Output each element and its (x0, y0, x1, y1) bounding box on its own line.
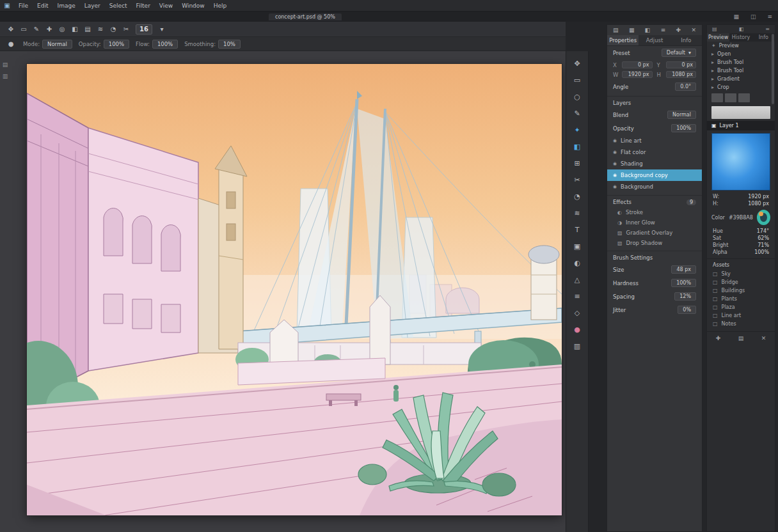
smudge-tool[interactable]: ≋ (568, 205, 586, 221)
mode-select[interactable]: Normal (42, 40, 72, 49)
angle-value[interactable]: 0.0° (675, 82, 696, 91)
checkbox-icon[interactable]: □ (713, 304, 718, 310)
checkbox-icon[interactable]: □ (713, 271, 718, 277)
gradient-tool[interactable]: ◧ (568, 138, 586, 155)
checklist-item[interactable]: □ Bridge (707, 278, 775, 286)
gradient-preview-thumbnail[interactable] (711, 133, 770, 191)
menu-item[interactable]: Image (53, 0, 80, 12)
active-layer-row[interactable]: ▣ Layer 1 (707, 121, 775, 130)
visibility-eye-icon[interactable]: ◉ (613, 173, 617, 178)
contrast-tool[interactable]: ◐ (568, 254, 586, 271)
mini-thumbnail[interactable] (725, 93, 736, 102)
color-wheel[interactable] (757, 210, 770, 225)
menu-item[interactable]: Filter (132, 0, 155, 12)
menu-item[interactable]: File (14, 0, 33, 12)
checklist-item[interactable]: □ Plaza (707, 303, 775, 311)
transform-field[interactable]: W1920 px (613, 71, 653, 78)
checklist-item[interactable]: □ Sky (707, 270, 775, 278)
add-option-icon[interactable]: ✚ (44, 24, 55, 35)
history-row[interactable]: ▸ Brush Tool (707, 66, 775, 75)
panel-tab[interactable]: Info (671, 35, 702, 45)
panel-scrollbar[interactable] (772, 34, 774, 104)
history-row[interactable]: ▸ Brush Tool (707, 58, 775, 66)
node-tool[interactable]: ◇ (568, 304, 586, 321)
folder-icon[interactable]: ▤ (738, 335, 744, 341)
shape-tool[interactable]: ▣ (568, 238, 586, 254)
brush-setting-row[interactable]: Spacing12% (607, 290, 702, 303)
stack-tool[interactable]: ≡ (568, 288, 586, 304)
half-icon[interactable]: ◧ (739, 26, 744, 32)
effect-row[interactable]: ▧ Drop Shadow (607, 238, 702, 248)
layout-icon[interactable]: ◫ (745, 13, 762, 20)
param-row[interactable]: Bright71% (707, 242, 775, 249)
crop-tool[interactable]: ⊞ (568, 155, 586, 171)
opacity-value[interactable]: 100% (104, 40, 129, 49)
panel-toggle-icon[interactable]: ▤ (3, 61, 8, 68)
visibility-eye-icon[interactable]: ◉ (613, 150, 617, 155)
effect-row[interactable]: ◑ Inner Glow (607, 217, 702, 228)
menu-item[interactable]: Select (105, 0, 132, 12)
checklist-item[interactable]: □ Notes (707, 320, 775, 328)
param-row[interactable]: Hue174° (707, 228, 775, 235)
effect-row[interactable]: ◐ Stroke (607, 207, 702, 217)
dodge-tool[interactable]: ◔ (568, 188, 586, 205)
half-icon[interactable]: ◧ (645, 27, 651, 33)
dropdown-arrow-icon[interactable]: ▾ (156, 24, 168, 35)
move-tool[interactable]: ✥ (568, 55, 586, 72)
size-badge[interactable]: 16 (136, 24, 152, 35)
brush-setting-row[interactable]: Hardness100% (607, 276, 702, 290)
wave-option-icon[interactable]: ≋ (95, 24, 106, 35)
panel-tab[interactable]: Adjust (639, 35, 670, 45)
checkbox-icon[interactable]: □ (713, 296, 718, 302)
delete-icon[interactable]: ✕ (761, 335, 766, 341)
tone-option-icon[interactable]: ◔ (107, 24, 119, 35)
effect-row[interactable]: ▨ Gradient Overlay (607, 228, 702, 238)
checklist-item[interactable]: □ Buildings (707, 286, 775, 295)
layer-opacity-value[interactable]: 100% (671, 124, 696, 132)
menu-item[interactable]: Help (209, 0, 232, 12)
checkbox-icon[interactable]: □ (713, 321, 718, 327)
history-row[interactable]: ▸ Open (707, 50, 775, 58)
checkbox-icon[interactable]: □ (713, 313, 718, 318)
preset-select[interactable]: Default▾ (662, 49, 696, 57)
move-option-icon[interactable]: ✥ (5, 24, 17, 35)
visibility-eye-icon[interactable]: ◉ (613, 138, 617, 143)
Shading[interactable]: ◉ Shading (607, 158, 702, 169)
menu-item[interactable]: Edit (33, 0, 52, 12)
flow-value[interactable]: 100% (152, 40, 178, 49)
transform-field[interactable]: Y0 px (657, 61, 697, 68)
menu-item[interactable]: Layer (80, 0, 105, 12)
brush-option-icon[interactable]: ✎ (31, 24, 42, 35)
plus-icon[interactable]: ✚ (676, 27, 681, 33)
cut-option-icon[interactable]: ✂ (120, 24, 132, 35)
history-row[interactable]: ▸ Crop (707, 83, 775, 91)
transform-field[interactable]: H1080 px (657, 71, 697, 78)
smoothing-value[interactable]: 10% (218, 40, 241, 49)
type-tool[interactable]: T (568, 221, 586, 238)
grid-icon[interactable]: ▤ (613, 27, 619, 33)
close-icon[interactable]: ✕ (691, 27, 696, 33)
color-hex-value[interactable]: #39B8A8 (729, 215, 753, 221)
swatch-tool[interactable]: ● (568, 321, 586, 338)
history-row[interactable]: ▸ Gradient (707, 75, 775, 83)
mini-thumbnail[interactable] (738, 93, 750, 102)
ruler-icon[interactable]: ▥ (3, 73, 8, 79)
grid-icon[interactable]: ▦ (727, 13, 745, 20)
document-tab[interactable]: concept-art.psd @ 50% (269, 13, 342, 20)
mini-thumbnail[interactable] (711, 93, 723, 102)
target-option-icon[interactable]: ◎ (56, 24, 68, 35)
checkbox-icon[interactable]: □ (713, 288, 718, 293)
artwork-canvas[interactable] (27, 64, 562, 515)
pattern-option-icon[interactable]: ▤ (82, 24, 93, 35)
Background[interactable]: ◉ Background (607, 181, 702, 192)
param-row[interactable]: Alpha100% (707, 249, 775, 256)
blend-mode-select[interactable]: Normal (667, 111, 696, 119)
shade-option-icon[interactable]: ◧ (69, 24, 81, 35)
menu-item[interactable]: Window (177, 0, 209, 12)
marquee-tool[interactable]: ▭ (568, 72, 586, 88)
magic-wand-tool[interactable]: ✦ (568, 121, 586, 138)
lasso-tool[interactable]: ○ (568, 88, 586, 105)
add-icon[interactable]: ✚ (716, 335, 721, 341)
checklist-item[interactable]: □ Line art (707, 311, 775, 320)
right-panel-tab[interactable]: History (729, 33, 752, 42)
